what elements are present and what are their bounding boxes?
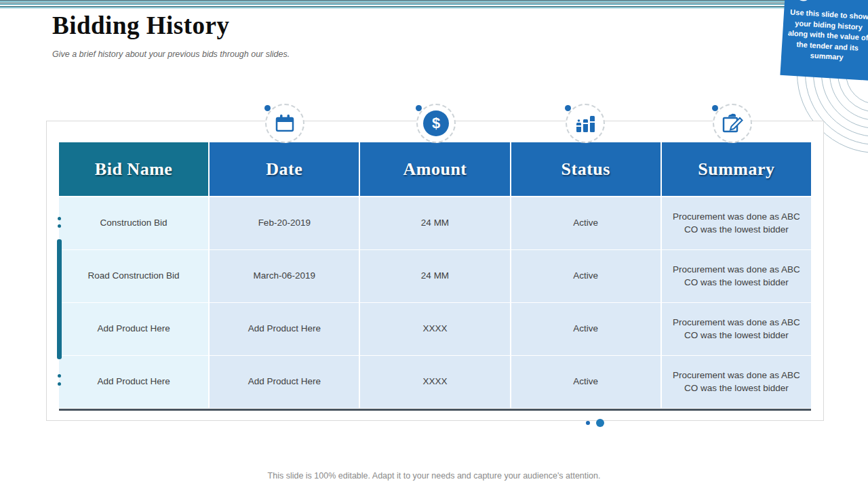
calendar-icon [265,104,304,143]
table-cell: Road Construction Bid [59,250,208,302]
connector-dot-small [586,421,590,425]
accent-tick [58,224,61,228]
column-header-summary: Summary [662,142,811,196]
table-cell: XXXX [360,303,509,355]
page-title: Bidding History [52,11,229,40]
accent-dot-icon [416,105,422,111]
table-cell: Active [511,303,660,355]
accent-tick [58,382,61,386]
bidding-table: Bid NameDateAmountStatusSummary Construc… [59,142,811,411]
table-cell: Add Product Here [59,356,208,408]
table-cell: 24 MM [360,250,509,302]
table-bottom-shadow [59,409,811,411]
footer-note: This slide is 100% editable. Adapt it to… [0,471,868,481]
callout-text: Use this slide to show your biding histo… [781,0,868,65]
column-header-amount: Amount [360,142,509,196]
table-header-row: Bid NameDateAmountStatusSummary [59,142,811,196]
accent-dot-icon [264,105,271,111]
table-cell: Active [511,356,660,408]
edit-icon [713,104,752,143]
table-cell: Construction Bid [59,197,208,249]
table-body: Construction BidFeb-20-201924 MMActivePr… [59,197,811,408]
column-header-date: Date [210,142,359,196]
table-cell: Procurement was done as ABC CO was the l… [662,356,811,408]
table-cell: Add Product Here [210,303,359,355]
table-row: Add Product HereAdd Product HereXXXXActi… [59,356,811,408]
column-header-bid-name: Bid Name [59,142,208,196]
connector-dot-large [596,419,604,427]
dollar-glyph: $ [423,110,449,136]
dollar-icon: $ [416,104,456,143]
table-row: Add Product HereAdd Product HereXXXXActi… [59,303,811,355]
table-cell: XXXX [360,356,509,408]
table-cell: Feb-20-2019 [210,197,359,249]
table-cell: Active [511,250,660,302]
table-cell: Procurement was done as ABC CO was the l… [662,250,811,302]
table-row: Road Construction BidMarch-06-201924 MMA… [59,250,811,302]
left-accent-bar [57,239,62,359]
column-header-status: Status [511,142,660,196]
table-cell: Add Product Here [210,356,359,408]
top-stripe-bar [0,0,868,9]
table-row: Construction BidFeb-20-201924 MMActivePr… [59,197,811,249]
accent-tick [58,217,61,220]
table-cell: 24 MM [360,197,509,249]
table-cell: Procurement was done as ABC CO was the l… [662,197,811,249]
page-subtitle: Give a brief history about your previous… [52,49,290,59]
accent-tick [58,374,61,378]
callout-box: Use this slide to show your biding histo… [780,0,868,81]
table-cell: Add Product Here [59,303,208,355]
accent-dot-icon [712,105,718,111]
accent-dot-icon [565,105,571,111]
table-cell: March-06-2019 [210,250,359,302]
bar-chart-icon [566,104,605,143]
table-cell: Active [511,197,660,249]
table-cell: Procurement was done as ABC CO was the l… [662,303,811,355]
